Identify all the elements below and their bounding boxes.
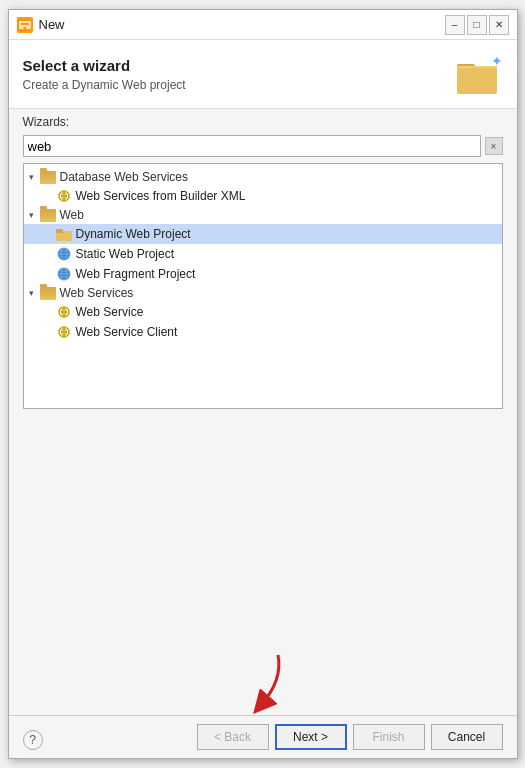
svg-point-26 <box>62 331 65 334</box>
svg-rect-12 <box>56 229 63 233</box>
folder-icon-webservices <box>40 287 56 300</box>
tree-category-web[interactable]: ▾ Web <box>24 206 502 224</box>
svg-text:✦: ✦ <box>491 53 503 69</box>
finish-button[interactable]: Finish <box>353 724 425 750</box>
new-wizard-dialog: New – □ ✕ Select a wizard Create a Dynam… <box>8 9 518 759</box>
window-controls: – □ ✕ <box>445 15 509 35</box>
toggle-web[interactable]: ▾ <box>24 210 40 220</box>
dialog-title: New <box>39 17 445 32</box>
search-input[interactable] <box>23 135 481 157</box>
next-button[interactable]: Next > <box>275 724 347 750</box>
tree-item-dynamic-web[interactable]: Dynamic Web Project <box>24 224 502 244</box>
toggle-database[interactable]: ▾ <box>24 172 40 182</box>
search-row: × <box>9 132 517 163</box>
dialog-icon <box>17 17 33 33</box>
maximize-button[interactable]: □ <box>467 15 487 35</box>
tree-item-web-fragment[interactable]: Web Fragment Project <box>24 264 502 284</box>
close-button[interactable]: ✕ <box>489 15 509 35</box>
wizards-label: Wizards: <box>9 109 517 132</box>
folder-icon-web <box>40 209 56 222</box>
wizard-subtitle: Create a Dynamic Web project <box>23 78 455 92</box>
svg-point-10 <box>62 195 65 198</box>
footer-buttons: ? < Back Next > Finish Cancel <box>9 716 517 758</box>
wizard-tree[interactable]: ▾ Database Web Services Web Services fro… <box>23 163 503 409</box>
tree-category-webservices[interactable]: ▾ Web Services <box>24 284 502 302</box>
gear-icon-client <box>56 324 72 340</box>
wizard-title: Select a wizard <box>23 57 455 74</box>
header-text: Select a wizard Create a Dynamic Web pro… <box>23 57 455 92</box>
label-static-web: Static Web Project <box>76 247 174 261</box>
gear-icon-builder <box>56 188 72 204</box>
globe-icon-fragment <box>56 266 72 282</box>
label-web-service-client: Web Service Client <box>76 325 178 339</box>
tree-item-static-web[interactable]: Static Web Project <box>24 244 502 264</box>
wizard-header-icon: ✦ <box>455 50 503 98</box>
minimize-button[interactable]: – <box>445 15 465 35</box>
category-label-web: Web <box>60 208 84 222</box>
svg-point-24 <box>62 311 65 314</box>
label-builder-xml: Web Services from Builder XML <box>76 189 246 203</box>
folder-icon-database <box>40 171 56 184</box>
svg-rect-7 <box>457 68 497 92</box>
label-web-service: Web Service <box>76 305 144 319</box>
next-arrow-hint <box>223 650 303 715</box>
tree-item-web-service-client[interactable]: Web Service Client <box>24 322 502 342</box>
label-dynamic-web: Dynamic Web Project <box>76 227 191 241</box>
tree-item-builder-xml[interactable]: Web Services from Builder XML <box>24 186 502 206</box>
globe-icon-static <box>56 246 72 262</box>
svg-rect-2 <box>21 23 29 25</box>
tree-category-database[interactable]: ▾ Database Web Services <box>24 168 502 186</box>
category-label-webservices: Web Services <box>60 286 134 300</box>
label-web-fragment: Web Fragment Project <box>76 267 196 281</box>
title-bar: New – □ ✕ <box>9 10 517 40</box>
back-button[interactable]: < Back <box>197 724 269 750</box>
search-clear-button[interactable]: × <box>485 137 503 155</box>
tree-item-web-service[interactable]: Web Service <box>24 302 502 322</box>
help-button[interactable]: ? <box>23 730 43 750</box>
wizard-header: Select a wizard Create a Dynamic Web pro… <box>9 40 517 109</box>
toggle-webservices[interactable]: ▾ <box>24 288 40 298</box>
gear-icon-service <box>56 304 72 320</box>
folder-icon-dynamic <box>56 226 72 242</box>
cancel-button[interactable]: Cancel <box>431 724 503 750</box>
category-label-database: Database Web Services <box>60 170 189 184</box>
